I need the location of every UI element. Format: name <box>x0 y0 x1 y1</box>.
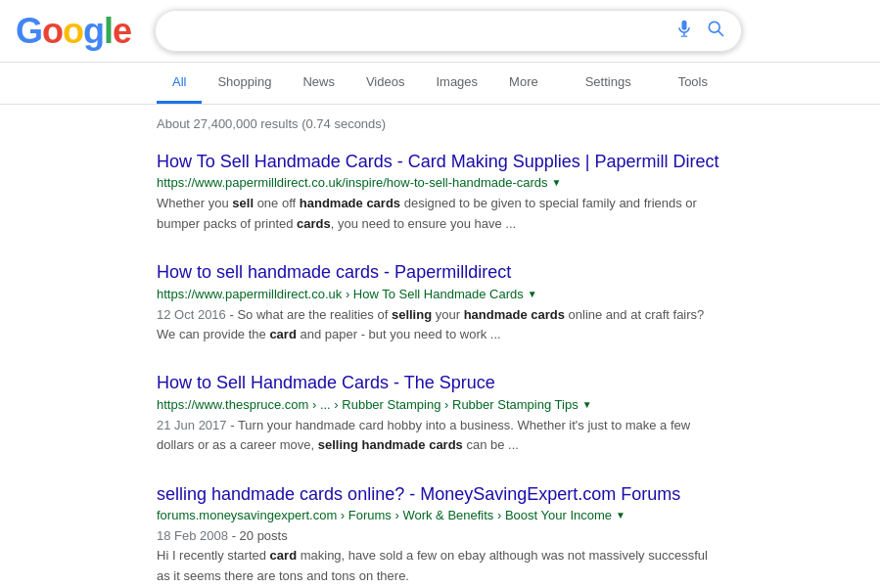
tab-all[interactable]: All <box>157 63 202 104</box>
result-title[interactable]: How to Sell Handmade Cards - The Spruce <box>157 372 723 394</box>
tab-tools[interactable]: Tools <box>663 63 723 104</box>
result-url-text: https://www.papermilldirect.co.uk/inspir… <box>157 175 548 190</box>
result-snippet: Whether you sell one off handmade cards … <box>157 194 723 234</box>
nav-right-tabs: Settings Tools <box>570 63 723 104</box>
result-url-text: forums.moneysavingexpert.com › Forums › … <box>157 508 612 522</box>
tab-more[interactable]: More <box>493 63 554 104</box>
svg-line-3 <box>718 31 723 36</box>
svg-rect-0 <box>683 33 685 36</box>
search-icon[interactable] <box>706 19 725 43</box>
result-title[interactable]: selling handmade cards online? - MoneySa… <box>157 483 723 506</box>
result-date: 12 Oct 2016 <box>157 307 226 322</box>
tab-videos[interactable]: Videos <box>350 63 421 104</box>
result-snippet: 21 Jun 2017 - Turn your handmade card ho… <box>157 416 723 456</box>
nav-tabs: All Shopping News Videos Images More Set… <box>0 63 880 105</box>
google-logo: Google <box>16 11 131 52</box>
tab-news[interactable]: News <box>287 63 350 104</box>
result-item: How To Sell Handmade Cards - Card Making… <box>157 151 723 234</box>
result-item: selling handmade cards online? - MoneySa… <box>157 483 723 587</box>
search-icons <box>674 19 725 43</box>
result-item: How to Sell Handmade Cards - The Spruce … <box>157 372 723 455</box>
result-title[interactable]: How To Sell Handmade Cards - Card Making… <box>157 151 723 173</box>
result-item: How to sell handmade cards - Papermilldi… <box>157 261 723 344</box>
search-bar: where to sell handmade cards <box>155 10 742 52</box>
logo-letter-e: e <box>113 11 131 51</box>
result-date: 18 Feb 2008 <box>157 528 228 543</box>
result-url: https://www.papermilldirect.co.uk/inspir… <box>157 175 723 190</box>
tab-shopping[interactable]: Shopping <box>202 63 287 104</box>
result-url-arrow: ▼ <box>552 177 562 188</box>
result-url: https://www.papermilldirect.co.uk › How … <box>157 287 723 301</box>
results-area: About 27,400,000 results (0.74 seconds) … <box>0 105 880 588</box>
result-url-arrow: ▼ <box>582 399 592 410</box>
tab-settings[interactable]: Settings <box>570 63 647 104</box>
results-stats: About 27,400,000 results (0.74 seconds) <box>157 116 723 131</box>
svg-rect-1 <box>681 36 688 37</box>
result-url-arrow: ▼ <box>528 289 537 299</box>
result-title[interactable]: How to sell handmade cards - Papermilldi… <box>157 261 723 284</box>
microphone-icon[interactable] <box>674 19 694 43</box>
result-snippet: 18 Feb 2008 - 20 posts Hi I recently sta… <box>157 526 723 586</box>
result-url-text: https://www.papermilldirect.co.uk › How … <box>157 287 524 301</box>
result-url: forums.moneysavingexpert.com › Forums › … <box>157 508 723 522</box>
tab-images[interactable]: Images <box>420 63 493 104</box>
result-snippet: 12 Oct 2016 - So what are the realities … <box>157 305 723 345</box>
search-input[interactable]: where to sell handmade cards <box>171 23 674 40</box>
nav-left-tabs: All Shopping News Videos Images More <box>157 63 570 104</box>
header: Google where to sell handmade cards <box>0 0 880 63</box>
logo-letter-l: l <box>104 11 113 51</box>
result-date: 21 Jun 2017 <box>157 418 227 432</box>
result-url-text: https://www.thespruce.com › ... › Rubber… <box>157 397 579 412</box>
result-url: https://www.thespruce.com › ... › Rubber… <box>157 397 723 412</box>
logo-letter-g: G <box>16 11 42 51</box>
logo-letter-g2: g <box>83 11 104 51</box>
logo-letter-o2: o <box>63 11 83 51</box>
result-url-arrow: ▼ <box>616 510 625 520</box>
logo-letter-o1: o <box>42 11 63 51</box>
